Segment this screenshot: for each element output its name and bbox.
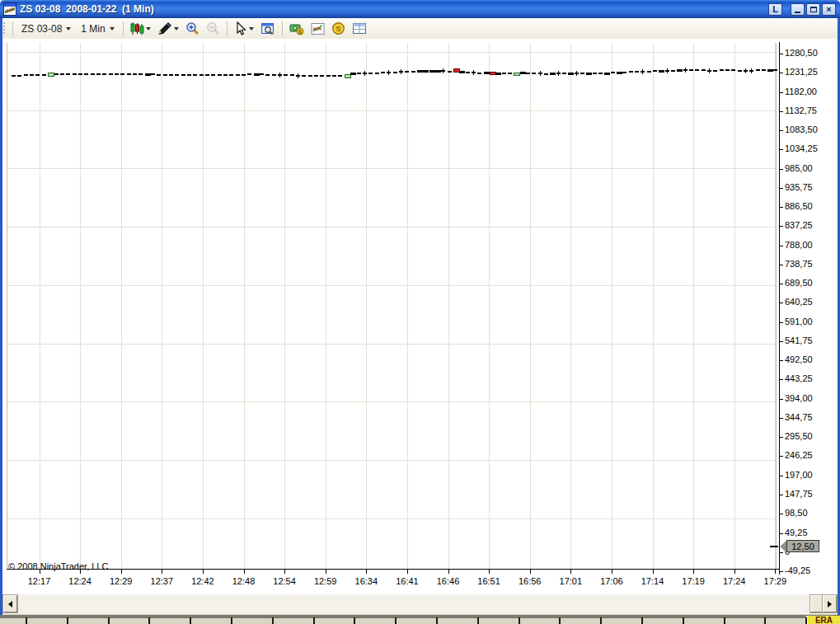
- cursor-button[interactable]: [231, 20, 257, 37]
- price-bar: [157, 74, 161, 76]
- price-axis-tick: [779, 284, 783, 284]
- background-axis-tick: [190, 617, 191, 624]
- price-bar: [598, 73, 603, 74]
- time-axis-tick: [489, 569, 490, 574]
- background-axis-tick: [231, 617, 232, 624]
- price-axis-tick: [779, 533, 783, 534]
- chevron-down-icon: [110, 27, 115, 30]
- coin-button[interactable]: S: [328, 20, 349, 37]
- price-bar: [659, 70, 664, 73]
- price-bar: [145, 73, 151, 76]
- gridline-horizontal: [7, 285, 776, 286]
- price-bar: [120, 73, 124, 75]
- price-bar: [720, 69, 724, 71]
- copyright-text: © 2008 NinjaTrader, LLC: [8, 561, 108, 571]
- report-grid-button[interactable]: [349, 21, 370, 36]
- maximize-button[interactable]: [806, 3, 820, 16]
- price-axis-label: -49,25: [785, 565, 810, 575]
- title-bar[interactable]: ZS 03-08 2008-01-22 (1 Min) L ×: [0, 0, 840, 18]
- scroll-right-button[interactable]: [823, 595, 837, 612]
- time-axis-label: 16:56: [512, 576, 548, 586]
- zoom-in-icon: [185, 21, 199, 35]
- price-bar: [109, 73, 113, 75]
- price-bar: [151, 73, 155, 75]
- gridline-vertical: [162, 43, 162, 569]
- price-axis-tick: [779, 341, 783, 342]
- link-button[interactable]: L: [768, 3, 782, 16]
- price-bar: [73, 73, 77, 75]
- zoom-out-button[interactable]: [203, 20, 223, 37]
- gridline-horizontal: [7, 110, 776, 111]
- time-axis-label: 17:29: [757, 576, 793, 586]
- data-box-button[interactable]: [257, 21, 279, 37]
- price-bar: [102, 73, 106, 75]
- zoom-in-button[interactable]: [182, 20, 203, 37]
- chevron-down-icon: [174, 27, 179, 30]
- account-button[interactable]: $: [286, 21, 307, 37]
- price-bar: [622, 72, 626, 73]
- price-bar: [677, 69, 683, 72]
- plot-left-edge: [7, 43, 7, 569]
- price-bar: [472, 72, 476, 73]
- interval-dropdown[interactable]: 1 Min: [76, 21, 119, 37]
- close-button[interactable]: ×: [822, 3, 836, 16]
- instrument-label: ZS 03-08: [21, 23, 62, 35]
- price-axis-label: 1034,25: [785, 143, 818, 153]
- gridline-vertical: [203, 43, 204, 569]
- price-bar: [484, 72, 490, 74]
- price-axis-tick: [779, 246, 783, 246]
- price-bar: [368, 73, 373, 74]
- time-axis-tick: [570, 569, 571, 574]
- price-marker-value: 12,50: [786, 540, 819, 552]
- time-axis-tick: [653, 569, 654, 574]
- instrument-dropdown[interactable]: ZS 03-08: [16, 21, 76, 37]
- background-axis-tick: [600, 617, 602, 624]
- window-border-left: [0, 18, 2, 615]
- price-bar: [586, 73, 592, 75]
- price-bar: [767, 69, 773, 72]
- chart-plot-area[interactable]: 1280,501231,251182,001132,751083,501034,…: [0, 39, 840, 594]
- price-axis-label: 1182,00: [785, 87, 817, 96]
- chart-trader-button[interactable]: [307, 21, 328, 37]
- price-axis-label: 1231,25: [785, 67, 818, 77]
- price-bar: [653, 70, 657, 72]
- gridline-vertical: [244, 43, 245, 569]
- price-bar: [91, 73, 95, 75]
- price-bar: [84, 73, 88, 75]
- chart-window-icon: [3, 2, 16, 16]
- price-bar: [193, 74, 197, 76]
- price-axis-tick: [779, 360, 783, 361]
- price-bar: [24, 74, 28, 76]
- price-bar: [229, 74, 233, 76]
- time-axis-label: 12:59: [307, 576, 344, 586]
- minimize-button[interactable]: [791, 3, 805, 16]
- time-axis-tick: [448, 569, 449, 574]
- price-bar: [218, 74, 222, 76]
- price-bar: [302, 75, 306, 77]
- chart-style-button[interactable]: [127, 20, 154, 37]
- time-axis-line[interactable]: [7, 569, 779, 570]
- minimize-icon: [795, 12, 800, 13]
- price-axis-label: 1280,50: [785, 48, 818, 58]
- grid-report-icon: [352, 22, 367, 35]
- price-axis-label: 886,50: [785, 201, 813, 211]
- gridline-vertical: [121, 43, 122, 569]
- drawing-tools-button[interactable]: [154, 21, 182, 37]
- scroll-left-button[interactable]: [3, 595, 17, 612]
- scrollbar-thumb[interactable]: [810, 595, 823, 612]
- price-bar: [756, 69, 760, 71]
- price-axis-label: 147,75: [785, 489, 813, 499]
- price-axis-label: 1132,75: [785, 106, 817, 115]
- gridline-vertical: [734, 43, 735, 569]
- background-axis-tick: [26, 617, 27, 624]
- background-axis-tick: [805, 617, 807, 624]
- horizontal-scrollbar[interactable]: [2, 594, 838, 614]
- price-bar: [278, 74, 282, 76]
- gridline-horizontal: [7, 227, 776, 228]
- price-axis-label: 738,75: [785, 259, 813, 269]
- maximize-icon: [810, 7, 817, 12]
- toolbar-grip[interactable]: [2, 22, 6, 35]
- price-bar: [60, 73, 64, 75]
- price-bar: [387, 72, 391, 73]
- price-axis-tick: [779, 437, 783, 438]
